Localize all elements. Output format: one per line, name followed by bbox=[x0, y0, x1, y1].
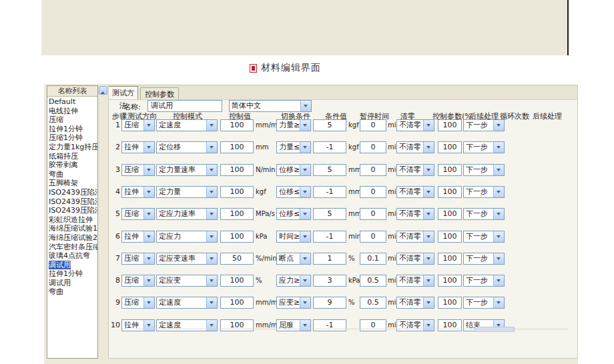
switch-condition-select[interactable]: 应力≥ bbox=[276, 275, 311, 287]
tab-control-params[interactable]: 控制参数 bbox=[140, 87, 179, 99]
switch-condition-select[interactable]: 位移≥ bbox=[276, 164, 311, 176]
list-item[interactable]: 彩虹织造拉伸 bbox=[47, 215, 97, 225]
switch-condition-select[interactable]: 位移≤ bbox=[276, 208, 311, 220]
condition-value-input[interactable]: 3 bbox=[313, 275, 346, 287]
list-item[interactable]: 压缩 bbox=[47, 115, 97, 125]
list-item[interactable]: 定力量1kg持压 bbox=[47, 143, 97, 152]
switch-condition-select[interactable]: 时间≥ bbox=[276, 231, 311, 243]
direction-select[interactable]: 压缩 bbox=[121, 208, 155, 220]
list-item[interactable]: 弯曲 bbox=[47, 287, 97, 297]
list-item[interactable]: 拉伸1分钟 bbox=[47, 125, 97, 134]
name-input[interactable]: 调试用 bbox=[147, 100, 222, 112]
hscroll-thumb[interactable] bbox=[475, 327, 515, 332]
control-param-input[interactable]: 100 bbox=[438, 297, 462, 309]
control-param-input[interactable]: 100 bbox=[438, 164, 462, 176]
next-action-select[interactable]: 下一步 bbox=[463, 119, 505, 131]
condition-value-input[interactable]: -1 bbox=[313, 319, 346, 331]
condition-value-input[interactable]: 9 bbox=[313, 297, 346, 309]
list-item[interactable]: 调试用 bbox=[47, 261, 97, 270]
control-value-input[interactable]: 100 bbox=[220, 275, 254, 287]
control-value-input[interactable]: 100 bbox=[220, 231, 254, 243]
list-item[interactable]: 汽车密封条压缩 bbox=[47, 243, 97, 252]
list-item[interactable]: ISO2439压陷法 bbox=[47, 206, 97, 215]
clear-select[interactable]: 不清零 bbox=[396, 253, 434, 265]
control-mode-select[interactable]: 定力量 bbox=[156, 186, 218, 198]
control-param-input[interactable]: 100 bbox=[438, 253, 462, 265]
list-item[interactable]: 弯曲 bbox=[47, 170, 97, 179]
next-action-select[interactable]: 下一步 bbox=[463, 253, 505, 265]
next-action-select[interactable]: 下一步 bbox=[463, 297, 505, 309]
control-mode-select[interactable]: 定应变速率 bbox=[156, 253, 218, 265]
next-action-select[interactable]: 下一步 bbox=[463, 186, 505, 198]
control-param-input[interactable]: 100 bbox=[438, 141, 462, 153]
clear-select[interactable]: 不清零 bbox=[396, 119, 434, 131]
direction-select[interactable]: 拉伸 bbox=[121, 141, 155, 153]
list-item[interactable]: ISO2439压陷法 bbox=[47, 197, 97, 207]
list-item[interactable]: 调试用 bbox=[47, 279, 97, 288]
pause-time-input[interactable]: 0 bbox=[360, 319, 386, 331]
control-param-input[interactable]: 100 bbox=[438, 231, 462, 243]
clear-select[interactable]: 不清零 bbox=[396, 275, 434, 287]
pause-time-input[interactable]: 0 bbox=[360, 119, 386, 131]
control-value-input[interactable]: 100 bbox=[220, 297, 254, 309]
condition-value-input[interactable]: 5 bbox=[313, 208, 346, 220]
direction-select[interactable]: 压缩 bbox=[121, 275, 155, 287]
control-mode-select[interactable]: 定应力速率 bbox=[156, 208, 218, 220]
list-item[interactable]: 海绵压缩试验2 bbox=[47, 233, 97, 243]
list-item[interactable]: ISO2439压陷法 bbox=[47, 188, 97, 197]
control-param-input[interactable]: 100 bbox=[438, 119, 462, 131]
direction-select[interactable]: 拉伸 bbox=[121, 231, 155, 243]
control-mode-select[interactable]: 定速度 bbox=[156, 119, 218, 131]
clear-select[interactable]: 不清零 bbox=[396, 164, 434, 176]
control-mode-select[interactable]: 定力量速率 bbox=[156, 164, 218, 176]
control-param-input[interactable]: 100 bbox=[438, 275, 462, 287]
scroll-up-icon[interactable] bbox=[99, 86, 107, 95]
control-value-input[interactable]: 100 bbox=[220, 319, 254, 331]
scrollbar-track[interactable] bbox=[99, 95, 107, 358]
direction-select[interactable]: 拉伸 bbox=[121, 319, 155, 331]
condition-value-input[interactable]: -1 bbox=[313, 231, 346, 243]
pause-time-input[interactable]: 0 bbox=[360, 186, 386, 198]
condition-value-input[interactable]: -1 bbox=[313, 141, 346, 153]
switch-condition-select[interactable]: 屈服 bbox=[276, 319, 311, 331]
list-item[interactable]: 电线拉伸 bbox=[47, 107, 97, 116]
condition-value-input[interactable]: 1 bbox=[313, 253, 346, 265]
clear-select[interactable]: 不清零 bbox=[396, 231, 434, 243]
language-select[interactable]: 简体中文 bbox=[229, 100, 312, 112]
next-action-select[interactable]: 下一步 bbox=[463, 141, 505, 153]
pause-time-input[interactable]: 0 bbox=[360, 141, 386, 153]
control-param-input[interactable]: 100 bbox=[438, 208, 462, 220]
control-value-input[interactable]: 100 bbox=[220, 141, 254, 153]
direction-select[interactable]: 压缩 bbox=[121, 253, 155, 265]
control-value-input[interactable]: 100 bbox=[220, 119, 254, 131]
condition-value-input[interactable]: 5 bbox=[313, 119, 346, 131]
switch-condition-select[interactable]: 力量≤ bbox=[276, 141, 311, 153]
next-action-select[interactable]: 下一步 bbox=[463, 275, 505, 287]
control-value-input[interactable]: 100 bbox=[220, 186, 254, 198]
clear-select[interactable]: 不清零 bbox=[396, 141, 434, 153]
list-item[interactable]: 纸箱持压 bbox=[47, 152, 97, 161]
control-value-input[interactable]: 100 bbox=[220, 208, 254, 220]
pause-time-input[interactable]: 0 bbox=[360, 208, 386, 220]
next-action-select[interactable]: 下一步 bbox=[463, 164, 505, 176]
clear-select[interactable]: 不清零 bbox=[396, 186, 434, 198]
pause-time-input[interactable]: 0 bbox=[360, 231, 386, 243]
control-param-input[interactable]: 100 bbox=[438, 319, 462, 331]
direction-select[interactable]: 拉伸 bbox=[121, 186, 155, 198]
control-value-input[interactable]: 100 bbox=[220, 164, 254, 176]
control-mode-select[interactable]: 定应变 bbox=[156, 275, 218, 287]
pause-time-input[interactable]: 0.5 bbox=[360, 297, 386, 309]
list-item[interactable]: 玻璃4点抗弯 bbox=[47, 251, 97, 261]
pause-time-input[interactable]: 0.1 bbox=[360, 253, 386, 265]
control-mode-select[interactable]: 定速度 bbox=[156, 297, 218, 309]
list-item[interactable]: Default bbox=[47, 97, 97, 107]
list-item[interactable]: 拉伸1分钟 bbox=[47, 269, 97, 279]
direction-select[interactable]: 压缩 bbox=[121, 297, 155, 309]
control-mode-select[interactable]: 定速度 bbox=[156, 319, 218, 331]
condition-value-input[interactable]: 5 bbox=[313, 164, 346, 176]
clear-select[interactable]: 不清零 bbox=[396, 208, 434, 220]
control-value-input[interactable]: 50 bbox=[220, 253, 254, 265]
direction-select[interactable]: 压缩 bbox=[121, 164, 155, 176]
switch-condition-select[interactable]: 位移≤ bbox=[276, 186, 311, 198]
list-item[interactable]: 五脚椅架 bbox=[47, 179, 97, 188]
